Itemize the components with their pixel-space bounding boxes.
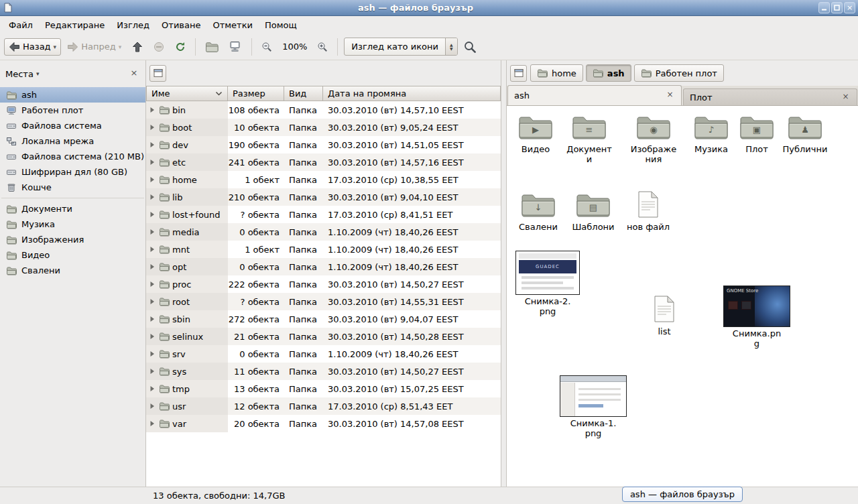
sidebar-item-0[interactable]: ash — [0, 87, 145, 103]
column-header-0[interactable]: Име — [146, 86, 228, 101]
expander-icon[interactable] — [149, 281, 156, 288]
icon-item-0[interactable]: ▶Видео — [507, 113, 564, 155]
column-header-1[interactable]: Размер — [228, 86, 284, 101]
table-row[interactable]: bin108 обектаПапка30.03.2010 (вт) 14,57,… — [146, 101, 501, 119]
column-header-2[interactable]: Вид — [284, 86, 323, 101]
location-toggle-button-right[interactable] — [510, 65, 527, 82]
expander-icon[interactable] — [149, 333, 156, 340]
icon-item-5[interactable]: ♟Публични — [776, 113, 834, 155]
zoom-in-button[interactable] — [312, 38, 332, 56]
expander-icon[interactable] — [149, 229, 156, 235]
icon-item-9[interactable]: GUADECСнимка-2.png — [519, 251, 576, 317]
icon-item-12[interactable]: Снимка-1.png — [564, 375, 622, 439]
expander-icon[interactable] — [149, 159, 156, 166]
table-row[interactable]: srv0 обектаПапка1.10.2009 (чт) 18,40,26 … — [146, 345, 501, 363]
expander-icon[interactable] — [149, 420, 156, 427]
column-header-3[interactable]: Дата на промяна — [323, 86, 501, 101]
icon-item-10[interactable]: list — [635, 295, 693, 337]
icon-item-1[interactable]: ≡Документи — [560, 113, 618, 165]
forward-button[interactable]: Напред ▾ — [62, 38, 126, 56]
path-button-2[interactable]: Работен плот — [634, 64, 724, 82]
expander-icon[interactable] — [149, 298, 156, 305]
sidebar-title[interactable]: Места — [5, 69, 34, 79]
sidebar-item-2[interactable]: Файлова система — [0, 118, 145, 133]
menubar-item-5[interactable]: Помощ — [259, 17, 303, 33]
expander-icon[interactable] — [149, 141, 156, 148]
table-row[interactable]: dev190 обектаПапка30.03.2010 (вт) 14,51,… — [146, 136, 501, 153]
sidebar-close-button[interactable]: × — [128, 68, 140, 80]
table-row[interactable]: boot10 обектаПапка30.03.2010 (вт) 9,05,2… — [146, 119, 501, 136]
table-row[interactable]: sbin272 обектаПапка30.03.2010 (вт) 9,04,… — [146, 310, 501, 328]
table-row[interactable]: usr12 обектаПапка17.03.2010 (ср) 8,51,43… — [146, 397, 501, 415]
expander-icon[interactable] — [149, 316, 156, 322]
icon-item-6[interactable]: ↓Свалени — [509, 190, 567, 233]
expander-icon[interactable] — [149, 246, 156, 253]
sidebar-item-11[interactable]: Свалени — [0, 263, 145, 278]
sidebar-item-3[interactable]: Локална мрежа — [0, 133, 145, 149]
table-row[interactable]: sys11 обектаПапка30.03.2010 (вт) 14,50,2… — [146, 363, 501, 380]
icon-item-11[interactable]: GNOME StoreСнимка.png — [728, 286, 786, 349]
sidebar-item-7[interactable]: Документи — [0, 201, 145, 216]
menubar-item-1[interactable]: Редактиране — [39, 17, 111, 33]
sidebar-item-6[interactable]: Кошче — [0, 180, 145, 195]
expander-icon[interactable] — [149, 194, 156, 200]
expander-icon[interactable] — [149, 107, 156, 113]
up-button[interactable] — [127, 38, 147, 56]
path-button-0[interactable]: home — [530, 64, 583, 82]
menubar-item-2[interactable]: Изглед — [111, 17, 156, 33]
sidebar-item-10[interactable]: Видео — [0, 247, 145, 263]
expander-icon[interactable] — [149, 124, 156, 131]
reload-button[interactable] — [170, 38, 190, 56]
titlebar[interactable]: ash — файлов браузър × — [0, 0, 858, 16]
table-row[interactable]: lib210 обектаПапка30.03.2010 (вт) 9,04,1… — [146, 188, 501, 206]
icon-item-7[interactable]: ▤Шаблони — [564, 190, 622, 233]
close-button[interactable]: × — [844, 2, 855, 13]
tab-1[interactable]: Плот× — [683, 88, 857, 105]
minimize-button[interactable] — [818, 2, 830, 13]
table-row[interactable]: media0 обектаПапка1.10.2009 (чт) 18,40,2… — [146, 223, 501, 241]
pane-splitter[interactable] — [501, 60, 506, 487]
table-row[interactable]: proc222 обектаПапка30.03.2010 (вт) 14,50… — [146, 275, 501, 293]
tab-close-button[interactable]: × — [665, 90, 675, 101]
menubar-item-4[interactable]: Отметки — [206, 17, 258, 33]
back-button[interactable]: Назад ▾ — [4, 38, 61, 56]
table-row[interactable]: home1 обектПапка17.03.2010 (ср) 10,38,55… — [146, 171, 501, 188]
computer-button[interactable] — [225, 38, 247, 56]
table-row[interactable]: opt0 обектаПапка1.10.2009 (чт) 18,40,26 … — [146, 258, 501, 275]
folder-icon — [159, 174, 170, 185]
sidebar-dropdown-icon[interactable]: ▾ — [36, 70, 40, 77]
menubar-item-0[interactable]: Файл — [3, 17, 39, 33]
table-row[interactable]: mnt1 обектПапка1.10.2009 (чт) 18,40,26 E… — [146, 241, 501, 258]
sidebar-item-4[interactable]: Файлова система (210 MB) — [0, 149, 145, 164]
menubar-item-3[interactable]: Отиване — [156, 17, 206, 33]
table-row[interactable]: tmp13 обектаПапка30.03.2010 (вт) 15,07,2… — [146, 380, 501, 397]
home-button[interactable] — [200, 38, 223, 56]
view-mode-select[interactable]: Изглед като икони ▲▼ — [344, 38, 458, 56]
search-button[interactable] — [459, 38, 481, 56]
icon-item-2[interactable]: ◉Изображения — [625, 113, 682, 165]
expander-icon[interactable] — [149, 368, 156, 375]
zoom-out-button[interactable] — [257, 38, 277, 56]
table-row[interactable]: root? обектаПапка30.03.2010 (вт) 14,55,3… — [146, 293, 501, 310]
tab-close-button[interactable]: × — [841, 92, 851, 103]
maximize-button[interactable] — [831, 2, 843, 13]
sidebar-item-5[interactable]: Шифриран дял (80 GB) — [0, 164, 145, 180]
location-toggle-button[interactable] — [149, 65, 166, 82]
expander-icon[interactable] — [149, 176, 156, 183]
expander-icon[interactable] — [149, 351, 156, 357]
sidebar-item-1[interactable]: Работен плот — [0, 103, 145, 118]
sidebar-item-9[interactable]: Изображения — [0, 232, 145, 247]
tab-0[interactable]: ash× — [507, 85, 682, 105]
expander-icon[interactable] — [149, 263, 156, 270]
table-row[interactable]: var20 обектаПапка30.03.2010 (вт) 14,57,0… — [146, 415, 501, 432]
icon-item-8[interactable]: нов файл — [619, 190, 677, 233]
sidebar-item-8[interactable]: Музика — [0, 216, 145, 232]
table-row[interactable]: lost+found? обектаПапка17.03.2010 (ср) 8… — [146, 206, 501, 223]
table-row[interactable]: selinux21 обектаПапка30.03.2010 (вт) 14,… — [146, 328, 501, 345]
expander-icon[interactable] — [149, 403, 156, 410]
expander-icon[interactable] — [149, 211, 156, 218]
expander-icon[interactable] — [149, 385, 156, 392]
stop-button[interactable] — [149, 38, 169, 56]
table-row[interactable]: etc241 обектаПапка30.03.2010 (вт) 14,57,… — [146, 153, 501, 171]
path-button-1[interactable]: ash — [586, 64, 631, 82]
